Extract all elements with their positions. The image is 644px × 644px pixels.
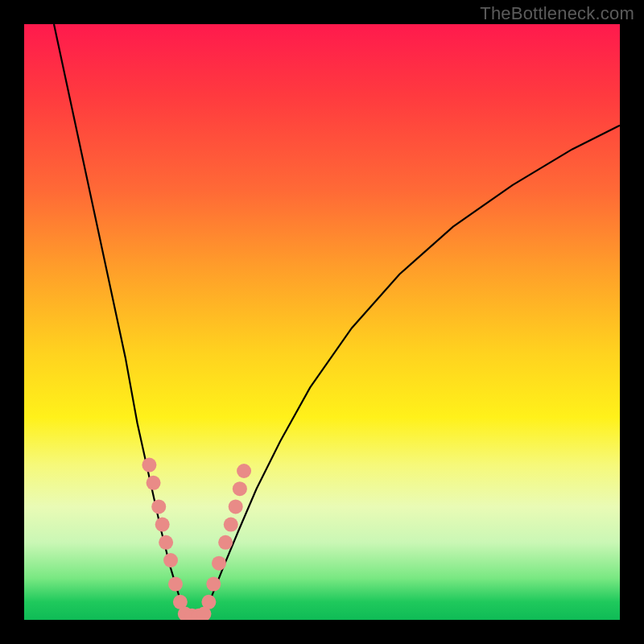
data-point [155,518,170,532]
chart-svg [24,24,620,620]
data-point [237,464,251,478]
chart-frame: TheBottleneck.com [0,0,644,644]
data-point [159,535,173,550]
curve-right-branch [203,126,620,614]
scatter-bottom-dots [178,607,212,620]
data-point [168,577,183,592]
data-point [218,535,233,550]
data-point [206,577,221,592]
data-point [151,499,166,514]
data-point [212,556,226,571]
data-point [229,499,243,514]
data-point [163,553,178,568]
scatter-right-dots [201,464,251,609]
scatter-left-dots [142,458,187,609]
chart-plot-area [24,24,620,620]
data-point [224,518,238,532]
watermark-text: TheBottleneck.com [480,3,634,24]
data-point [142,458,156,473]
data-point [147,476,161,490]
data-point [233,481,247,496]
